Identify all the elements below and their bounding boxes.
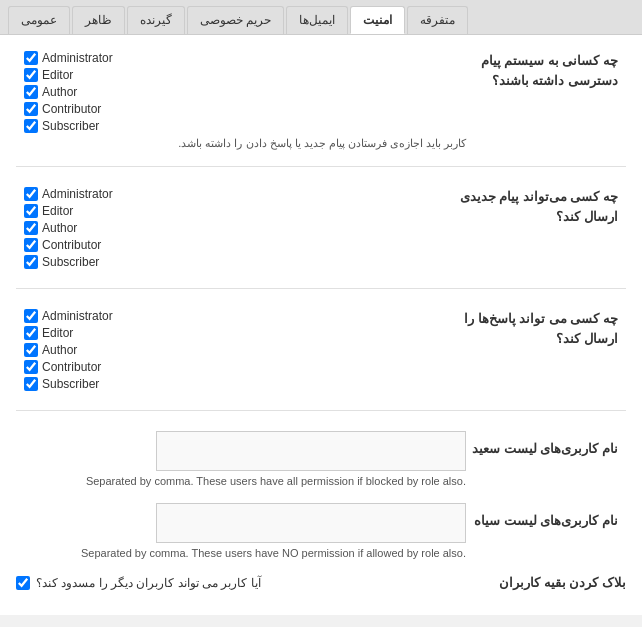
- role-label-administrator-send: Administrator: [42, 187, 113, 201]
- role-label-author-send: Author: [42, 221, 77, 235]
- whitelist-title: نام کاربری‌های لیست سعید: [466, 439, 618, 459]
- section-send-roles: Administrator Editor Author Contributor …: [16, 187, 460, 272]
- role-label-subscriber-reply: Subscriber: [42, 377, 99, 391]
- whitelist-section: نام کاربری‌های لیست سعید .Separated by c…: [16, 431, 626, 487]
- role-row-editor: Editor: [24, 68, 466, 82]
- section-access-roles: Administrator Editor Author Contributor …: [16, 51, 466, 150]
- role-checkbox-subscriber-send[interactable]: [24, 255, 38, 269]
- role-checkbox-author-reply[interactable]: [24, 343, 38, 357]
- blacklist-input-area: .Separated by comma. These users have NO…: [16, 503, 466, 559]
- role-checkbox-editor[interactable]: [24, 68, 38, 82]
- blacklist-input[interactable]: [156, 503, 466, 543]
- tab-amomomi[interactable]: عمومی: [8, 6, 70, 34]
- role-label-contributor: Contributor: [42, 102, 101, 116]
- block-section: بلاک کردن بقیه کاربران آیا کاربر می توان…: [16, 575, 626, 590]
- role-row-editor-reply: Editor: [24, 326, 464, 340]
- role-label-administrator-reply: Administrator: [42, 309, 113, 323]
- role-row-subscriber-reply: Subscriber: [24, 377, 464, 391]
- tab-emails[interactable]: ایمیل‌ها: [286, 6, 348, 34]
- tab-privacy[interactable]: حریم خصوصی: [187, 6, 284, 34]
- section-reply-title-area: چه کسی می تواند پاسخ‌ها راارسال کند؟: [464, 309, 626, 352]
- role-checkbox-contributor[interactable]: [24, 102, 38, 116]
- role-label-administrator: Administrator: [42, 51, 113, 65]
- role-checkbox-author[interactable]: [24, 85, 38, 99]
- role-row-administrator-send: Administrator: [24, 187, 460, 201]
- section-access-title: چه کسانی به سیستم پیامدسترسی داشته باشند…: [466, 51, 618, 90]
- role-checkbox-administrator-send[interactable]: [24, 187, 38, 201]
- role-row-author-reply: Author: [24, 343, 464, 357]
- role-row-administrator-reply: Administrator: [24, 309, 464, 323]
- role-row-author: Author: [24, 85, 466, 99]
- blacklist-title-area: نام کاربری‌های لیست سیاه: [466, 503, 626, 535]
- role-checkbox-contributor-reply[interactable]: [24, 360, 38, 374]
- role-label-author: Author: [42, 85, 77, 99]
- role-label-subscriber-send: Subscriber: [42, 255, 99, 269]
- section-reply: چه کسی می تواند پاسخ‌ها راارسال کند؟ Adm…: [16, 309, 626, 411]
- main-content: چه کسانی به سیستم پیامدسترسی داشته باشند…: [0, 35, 642, 615]
- whitelist-note: .Separated by comma. These users have al…: [16, 475, 466, 487]
- section-reply-title: چه کسی می تواند پاسخ‌ها راارسال کند؟: [464, 309, 618, 348]
- role-label-subscriber: Subscriber: [42, 119, 99, 133]
- section-send: چه کسی می‌تواند پیام جدیدیارسال کند؟ Adm…: [16, 187, 626, 289]
- tab-security[interactable]: امنیت: [350, 6, 405, 34]
- section-send-title: چه کسی می‌تواند پیام جدیدیارسال کند؟: [460, 187, 618, 226]
- section-access-title-area: چه کسانی به سیستم پیامدسترسی داشته باشند…: [466, 51, 626, 94]
- role-checkbox-contributor-send[interactable]: [24, 238, 38, 252]
- block-label: آیا کاربر می تواند کاربران دیگر را مسدود…: [36, 576, 261, 590]
- role-label-author-reply: Author: [42, 343, 77, 357]
- role-label-editor-reply: Editor: [42, 326, 73, 340]
- tab-misc[interactable]: متفرقه: [407, 6, 468, 34]
- whitelist-input-area: .Separated by comma. These users have al…: [16, 431, 466, 487]
- role-row-subscriber-send: Subscriber: [24, 255, 460, 269]
- blacklist-title: نام کاربری‌های لیست سیاه: [466, 511, 618, 531]
- role-row-contributor: Contributor: [24, 102, 466, 116]
- role-checkbox-administrator[interactable]: [24, 51, 38, 65]
- access-note: کاربر باید اجازه‌ی فرستادن پیام جدید یا …: [24, 137, 466, 150]
- role-row-administrator: Administrator: [24, 51, 466, 65]
- whitelist-title-area: نام کاربری‌های لیست سعید: [466, 431, 626, 463]
- role-checkbox-editor-send[interactable]: [24, 204, 38, 218]
- tab-bar: عمومی ظاهر گیرنده حریم خصوصی ایمیل‌ها ام…: [0, 0, 642, 35]
- section-access: چه کسانی به سیستم پیامدسترسی داشته باشند…: [16, 51, 626, 167]
- role-label-editor-send: Editor: [42, 204, 73, 218]
- role-checkbox-administrator-reply[interactable]: [24, 309, 38, 323]
- blacklist-note: .Separated by comma. These users have NO…: [16, 547, 466, 559]
- role-checkbox-subscriber-reply[interactable]: [24, 377, 38, 391]
- role-row-author-send: Author: [24, 221, 460, 235]
- blacklist-section: نام کاربری‌های لیست سیاه .Separated by c…: [16, 503, 626, 559]
- block-option: آیا کاربر می تواند کاربران دیگر را مسدود…: [16, 576, 261, 590]
- role-label-editor: Editor: [42, 68, 73, 82]
- role-checkbox-subscriber[interactable]: [24, 119, 38, 133]
- role-checkbox-editor-reply[interactable]: [24, 326, 38, 340]
- role-row-contributor-reply: Contributor: [24, 360, 464, 374]
- block-title: بلاک کردن بقیه کاربران: [499, 575, 626, 590]
- role-row-subscriber: Subscriber: [24, 119, 466, 133]
- role-checkbox-author-send[interactable]: [24, 221, 38, 235]
- tabs-container: عمومی ظاهر گیرنده حریم خصوصی ایمیل‌ها ام…: [0, 0, 642, 35]
- role-row-contributor-send: Contributor: [24, 238, 460, 252]
- section-reply-roles: Administrator Editor Author Contributor …: [16, 309, 464, 394]
- section-send-title-area: چه کسی می‌تواند پیام جدیدیارسال کند؟: [460, 187, 626, 230]
- whitelist-input[interactable]: [156, 431, 466, 471]
- role-label-contributor-reply: Contributor: [42, 360, 101, 374]
- tab-zaher[interactable]: ظاهر: [72, 6, 125, 34]
- role-row-editor-send: Editor: [24, 204, 460, 218]
- tab-girandeh[interactable]: گیرنده: [127, 6, 185, 34]
- block-checkbox[interactable]: [16, 576, 30, 590]
- role-label-contributor-send: Contributor: [42, 238, 101, 252]
